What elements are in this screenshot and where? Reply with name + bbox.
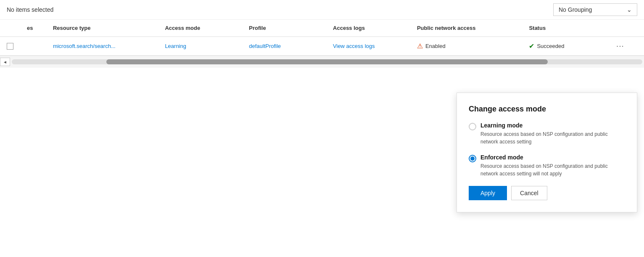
- access-mode-link[interactable]: Learning: [165, 43, 186, 49]
- left-arrow-icon: ◄: [3, 60, 7, 64]
- cancel-button[interactable]: Cancel: [511, 186, 547, 200]
- th-profile: Profile: [242, 20, 326, 37]
- th-access-mode: Access mode: [158, 20, 242, 37]
- grouping-label: No Grouping: [559, 6, 592, 13]
- row-checkbox[interactable]: [7, 43, 13, 50]
- learning-mode-radio[interactable]: [469, 123, 476, 130]
- learning-mode-label: Learning mode: [480, 122, 623, 129]
- enforced-mode-label: Enforced mode: [480, 154, 623, 161]
- scroll-left-button[interactable]: ◄: [0, 58, 10, 66]
- change-access-mode-popup: Change access mode Learning mode Resourc…: [457, 93, 637, 212]
- access-logs-link[interactable]: View access logs: [333, 43, 375, 49]
- success-icon: ✔: [529, 42, 534, 50]
- chevron-down-icon: ⌄: [627, 6, 632, 13]
- row-es-cell: [20, 37, 46, 56]
- learning-mode-option[interactable]: Learning mode Resource access based on N…: [469, 122, 623, 146]
- warning-icon: ⚠: [417, 42, 423, 50]
- resources-table: es Resource type Access mode Profile Acc…: [0, 20, 644, 56]
- table-header-row: es Resource type Access mode Profile Acc…: [0, 20, 644, 37]
- status-value: Succeeded: [537, 43, 564, 49]
- scrollbar-track[interactable]: [12, 59, 642, 64]
- resource-type-link[interactable]: microsoft.search/search...: [53, 43, 116, 49]
- row-profile[interactable]: defaultProfile: [242, 37, 326, 56]
- main-table-container: es Resource type Access mode Profile Acc…: [0, 20, 644, 68]
- status-indicator: ✔ Succeeded: [529, 42, 599, 50]
- row-access-logs[interactable]: View access logs: [326, 37, 410, 56]
- top-bar: No items selected No Grouping ⌄: [0, 0, 644, 20]
- horizontal-scrollbar[interactable]: ◄: [0, 56, 644, 68]
- learning-mode-description: Resource access based on NSP configurati…: [480, 130, 623, 146]
- row-more-options-cell[interactable]: ···: [606, 37, 644, 56]
- th-checkbox: [0, 20, 20, 37]
- th-actions: [606, 20, 644, 37]
- row-resource-type[interactable]: microsoft.search/search...: [46, 37, 158, 56]
- row-checkbox-cell[interactable]: [0, 37, 20, 56]
- row-access-mode[interactable]: Learning: [158, 37, 242, 56]
- row-status: ✔ Succeeded: [522, 37, 606, 56]
- profile-link[interactable]: defaultProfile: [249, 43, 281, 49]
- popup-title: Change access mode: [469, 105, 623, 114]
- scrollbar-thumb[interactable]: [106, 59, 548, 64]
- th-public-network-access: Public network access: [410, 20, 522, 37]
- apply-button[interactable]: Apply: [469, 186, 507, 200]
- table-row: microsoft.search/search... Learning defa…: [0, 37, 644, 56]
- no-items-label: No items selected: [7, 6, 53, 13]
- public-network-value: Enabled: [425, 43, 446, 49]
- more-options-button[interactable]: ···: [613, 41, 628, 51]
- enforced-mode-option[interactable]: Enforced mode Resource access based on N…: [469, 154, 623, 178]
- th-status: Status: [522, 20, 606, 37]
- enforced-mode-content: Enforced mode Resource access based on N…: [480, 154, 623, 178]
- popup-actions: Apply Cancel: [469, 186, 623, 200]
- grouping-dropdown[interactable]: No Grouping ⌄: [553, 3, 637, 16]
- enforced-mode-description: Resource access based on NSP configurati…: [480, 162, 623, 178]
- th-es: es: [20, 20, 46, 37]
- th-access-logs: Access logs: [326, 20, 410, 37]
- public-network-status: ⚠ Enabled: [417, 42, 515, 50]
- enforced-mode-radio[interactable]: [469, 155, 476, 162]
- th-resource-type: Resource type: [46, 20, 158, 37]
- learning-mode-content: Learning mode Resource access based on N…: [480, 122, 623, 146]
- row-public-network-access: ⚠ Enabled: [410, 37, 522, 56]
